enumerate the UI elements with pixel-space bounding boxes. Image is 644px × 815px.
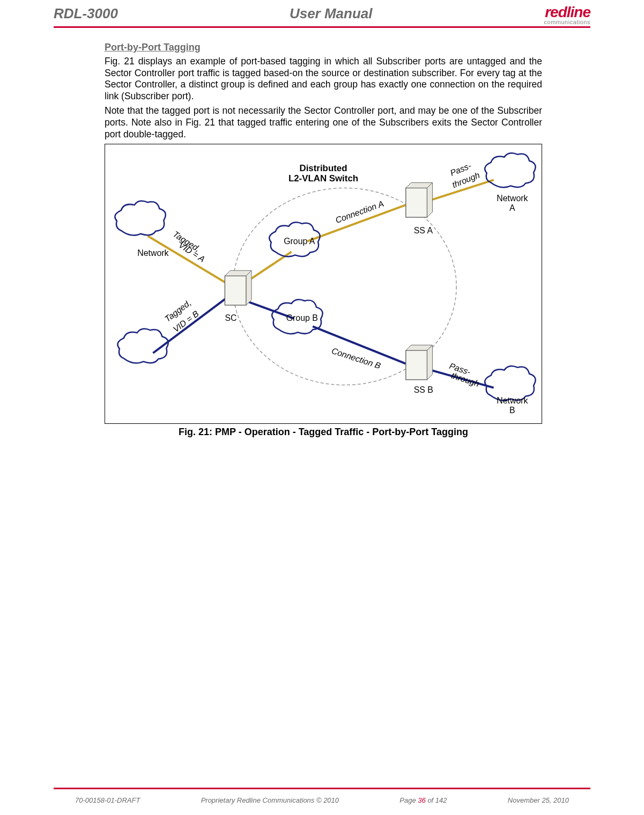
ss-b-label: SS B	[414, 385, 433, 394]
diagram-title-1: Distributed	[300, 163, 347, 173]
svg-rect-3	[406, 188, 427, 217]
logo-main: redline	[544, 5, 590, 19]
group-a-label: Group A	[284, 236, 315, 245]
diagram-container: Group A Group B	[105, 144, 542, 424]
cloud-group-b: Group B	[272, 299, 322, 334]
diagram-title-2: L2-VLAN Switch	[288, 173, 358, 183]
ss-a-label: SS A	[414, 226, 433, 235]
page-pre: Page	[399, 796, 418, 804]
network-a-label-2: A	[509, 203, 515, 212]
footer-row: 70-00158-01-DRAFT Proprietary Redline Co…	[75, 796, 569, 804]
svg-marker-5	[427, 182, 433, 217]
svg-rect-6	[406, 350, 427, 380]
network-diagram: Group A Group B	[110, 150, 536, 418]
paragraph-1: Fig. 21 displays an example of port-base…	[105, 56, 542, 103]
group-b-label: Group B	[286, 313, 318, 322]
figure-caption: Fig. 21: PMP - Operation - Tagged Traffi…	[105, 426, 542, 438]
network-left-label: Network	[137, 248, 168, 258]
footer-left: 70-00158-01-DRAFT	[75, 796, 140, 804]
cloud-network-left-bottom	[117, 329, 168, 363]
cloud-network-a	[485, 153, 535, 187]
cloud-network-left-top	[115, 201, 165, 235]
footer-page: Page 36 of 142	[399, 796, 447, 804]
device-sc	[225, 270, 251, 305]
connection-b-label: Connection B	[330, 346, 382, 371]
network-a-label-1: Network	[497, 194, 528, 203]
svg-rect-0	[225, 276, 246, 305]
section-heading: Port-by-Port Tagging	[105, 41, 542, 54]
page-content: Port-by-Port Tagging Fig. 21 displays an…	[0, 41, 644, 438]
network-b-label-1: Network	[497, 396, 528, 405]
cloud-network-b	[485, 366, 535, 400]
header-divider	[54, 26, 590, 28]
device-ss-a	[406, 182, 433, 217]
page-current: 36	[418, 796, 425, 804]
footer-center: Proprietary Redline Communications © 201…	[201, 796, 339, 804]
doc-title: User Manual	[290, 5, 373, 22]
cloud-group-a: Group A	[269, 222, 320, 256]
footer-divider	[54, 788, 590, 789]
paragraph-2: Note that the tagged port is not necessa…	[105, 105, 542, 141]
sc-label: SC	[225, 313, 236, 322]
logo-sub: communications	[544, 19, 590, 25]
page-post: of 142	[426, 796, 447, 804]
header-row: RDL-3000 User Manual redline communicati…	[0, 0, 644, 26]
doc-id: RDL-3000	[54, 5, 118, 22]
footer-date: November 25, 2010	[508, 796, 569, 804]
logo-block: redline communications	[544, 5, 590, 25]
svg-marker-2	[246, 270, 251, 305]
device-ss-b	[406, 345, 433, 380]
network-b-label-2: B	[509, 406, 515, 415]
svg-marker-8	[427, 345, 433, 380]
